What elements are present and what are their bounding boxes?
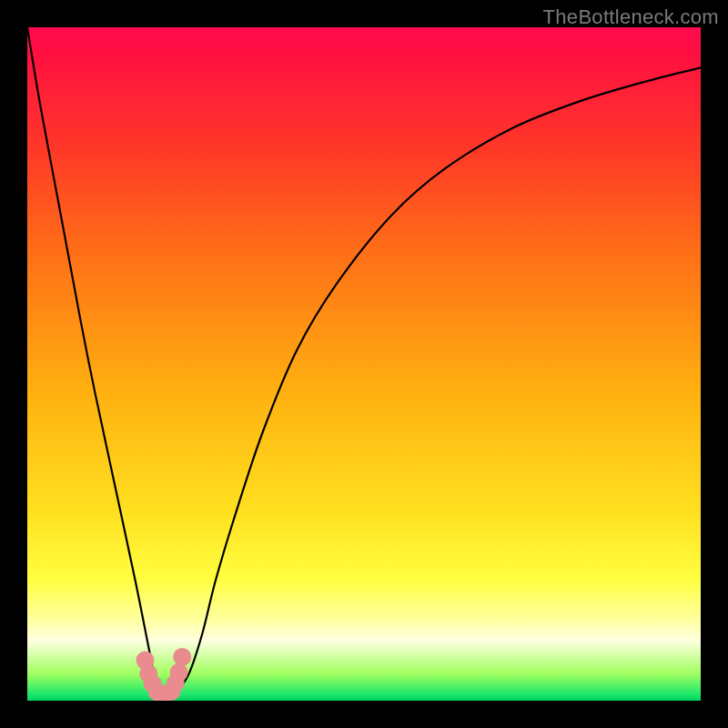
marker-dot <box>170 663 188 682</box>
chart-frame: TheBottleneck.com <box>0 0 728 728</box>
marker-group <box>136 648 192 701</box>
plot-area <box>27 27 701 701</box>
bottleneck-curve <box>27 27 701 701</box>
curve-svg <box>27 27 701 701</box>
watermark-text: TheBottleneck.com <box>543 5 719 29</box>
marker-dot <box>173 648 191 666</box>
